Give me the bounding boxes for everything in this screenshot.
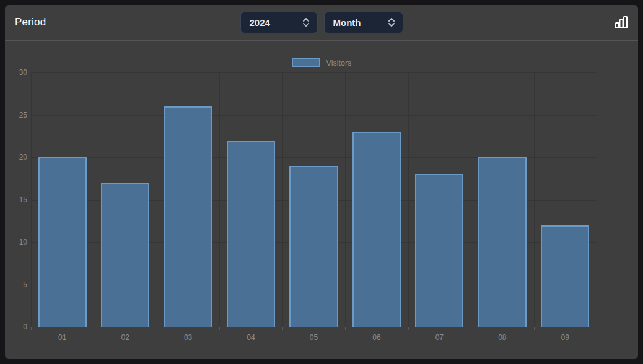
y-tick-label: 0 [23, 323, 27, 331]
x-axis-tick [94, 327, 94, 330]
x-axis-line [31, 327, 597, 327]
x-tick-label: 08 [498, 333, 506, 342]
x-tick-label: 06 [372, 333, 380, 342]
gridline-horizontal [31, 72, 597, 73]
y-tick-label: 15 [19, 196, 27, 204]
gridline-vertical [345, 72, 346, 327]
chart-area: Visitors 051015202530 010203040506070809 [5, 42, 638, 359]
gridline-horizontal [31, 115, 597, 116]
x-tick-label: 05 [310, 333, 318, 342]
gridline-vertical [31, 72, 32, 327]
x-axis-tick [597, 327, 597, 330]
period-panel: Period 2024 Month [5, 5, 638, 359]
legend: Visitors [5, 58, 638, 67]
bar-chart-icon[interactable] [615, 15, 628, 29]
bar-01[interactable] [38, 157, 87, 327]
page-title: Period [15, 16, 46, 28]
gridline-vertical [534, 72, 535, 327]
x-axis-tick [31, 327, 32, 330]
y-tick-label: 5 [23, 280, 27, 289]
x-tick-label: 03 [184, 333, 192, 342]
y-axis-labels: 051015202530 [5, 72, 27, 327]
gridline-vertical [157, 72, 157, 327]
x-axis-tick [534, 327, 535, 330]
x-axis-tick [471, 327, 471, 330]
x-axis-tick [157, 327, 157, 330]
gridline-vertical [282, 72, 283, 327]
x-tick-label: 01 [58, 333, 66, 342]
gridline-vertical [471, 72, 471, 327]
x-axis-labels: 010203040506070809 [31, 333, 597, 345]
plot-area [31, 72, 597, 327]
header-controls: 2024 Month [240, 12, 403, 33]
legend-swatch [292, 58, 320, 67]
bar-03[interactable] [164, 106, 212, 327]
x-tick-label: 09 [561, 333, 569, 342]
granularity-select[interactable]: Month [324, 12, 403, 33]
panel-header: Period 2024 Month [5, 5, 638, 41]
x-axis-tick [345, 327, 346, 330]
bar-07[interactable] [415, 174, 463, 327]
bar-08[interactable] [478, 157, 527, 327]
x-axis-tick [408, 327, 409, 330]
header-left: Period [15, 16, 240, 28]
legend-label: Visitors [326, 59, 352, 67]
y-tick-label: 10 [19, 238, 27, 246]
bar-09[interactable] [541, 225, 589, 327]
granularity-select-value: Month [333, 17, 361, 28]
y-tick-label: 30 [19, 68, 27, 77]
bar-05[interactable] [289, 166, 338, 327]
x-tick-label: 04 [247, 333, 255, 342]
year-select-value: 2024 [250, 17, 270, 28]
up-down-chevron-icon [302, 17, 310, 27]
gridline-vertical [597, 72, 597, 327]
y-tick-label: 20 [19, 153, 27, 162]
bar-02[interactable] [101, 183, 149, 327]
x-axis-tick [219, 327, 220, 330]
gridline-vertical [219, 72, 220, 327]
header-right [403, 15, 629, 29]
year-select[interactable]: 2024 [240, 12, 318, 33]
x-axis-tick [282, 327, 283, 330]
up-down-chevron-icon [387, 17, 396, 27]
y-tick-label: 25 [19, 111, 27, 119]
x-tick-label: 07 [435, 333, 444, 342]
gridline-vertical [408, 72, 409, 327]
bar-04[interactable] [227, 141, 275, 327]
gridline-vertical [94, 72, 94, 327]
bar-06[interactable] [352, 132, 401, 327]
app-background: Period 2024 Month [0, 0, 643, 364]
x-tick-label: 02 [121, 333, 129, 342]
